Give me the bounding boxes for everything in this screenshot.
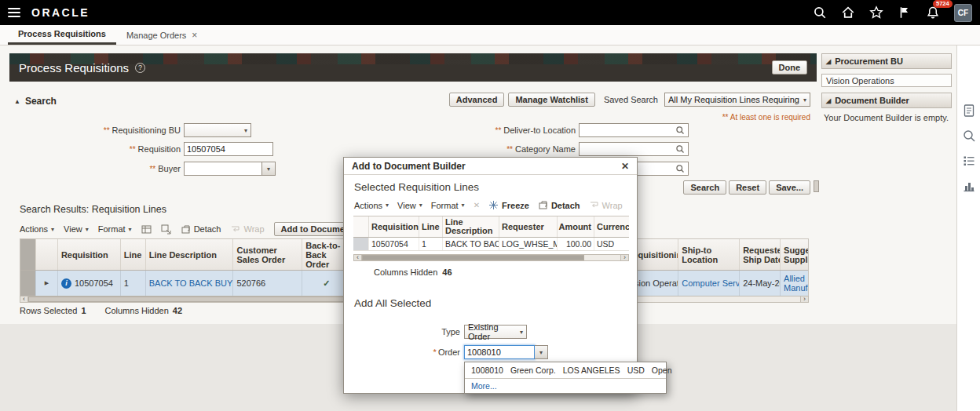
col-line[interactable]: Line	[121, 239, 146, 270]
deliver-to-location-input[interactable]	[579, 123, 689, 137]
star-icon[interactable]	[869, 5, 883, 20]
row-expand-cell[interactable]: ▶	[36, 271, 58, 296]
bar-chart-icon[interactable]	[962, 179, 976, 193]
procurement-bu-header[interactable]: ◢ Procurement BU	[821, 53, 952, 69]
col-line-description[interactable]: Line Description	[146, 239, 234, 270]
selected-requisition-lines-title: Selected Requisition Lines	[354, 181, 479, 193]
scroll-right-button[interactable]: ›	[800, 296, 809, 303]
screen: ORACLE 5724 CF Process Requisitions	[0, 0, 980, 411]
export-icon[interactable]	[161, 224, 171, 235]
requisition-input[interactable]	[184, 142, 273, 156]
search-lov-icon[interactable]	[674, 162, 686, 175]
advanced-button[interactable]: Advanced	[449, 93, 505, 107]
scroll-left-button[interactable]: ‹	[20, 296, 28, 303]
help-icon[interactable]: ?	[135, 63, 145, 73]
order-dropdown-button[interactable]: ▾	[535, 345, 548, 359]
grid-icon[interactable]	[141, 224, 152, 235]
view-menu[interactable]: View▾	[64, 224, 89, 234]
list-icon[interactable]	[962, 154, 976, 168]
home-icon[interactable]	[841, 5, 855, 20]
freeze-button[interactable]: Freeze	[488, 200, 529, 210]
page-header-band: Process Requisitions ? Done	[9, 53, 817, 82]
chevron-down-icon: ▾	[520, 329, 523, 336]
cell-line-description: BACK TO BACK BUY ITEM	[146, 271, 234, 296]
search-icon[interactable]	[813, 5, 827, 20]
columns-hidden-label: Columns Hidden	[105, 306, 169, 315]
magnifier-icon[interactable]	[962, 129, 976, 143]
view-menu[interactable]: View▾	[397, 201, 422, 210]
col-requisition[interactable]: Requisition	[58, 239, 121, 270]
cell-suggested-supplier: Allied Manufacturing	[781, 271, 808, 296]
collapse-arrow-icon: ◢	[826, 97, 831, 104]
wrap-button[interactable]: Wrap	[230, 224, 264, 235]
col-suggested-supplier[interactable]: Suggested Supplier	[781, 239, 808, 270]
tab-manage-orders[interactable]: Manage Orders ×	[116, 25, 207, 45]
wrap-button[interactable]: Wrap	[589, 200, 623, 210]
detach-button[interactable]: Detach	[181, 224, 221, 235]
col-requested-ship-date[interactable]: Requested Ship Date	[740, 239, 781, 270]
col-line-description[interactable]: Line Description	[443, 216, 499, 237]
row-selector-header[interactable]	[20, 239, 36, 270]
actions-menu[interactable]: Actions▾	[20, 224, 54, 234]
search-section-toggle[interactable]: ▲ Search	[14, 96, 57, 107]
panel-splitter-handle[interactable]	[814, 180, 819, 192]
flag-icon[interactable]	[898, 5, 912, 20]
dialog-title-bar: Add to Document Builder ✕	[344, 158, 637, 175]
avatar[interactable]: CF	[954, 4, 972, 22]
menu-icon[interactable]	[8, 8, 20, 17]
scroll-right-button[interactable]: ›	[620, 254, 629, 261]
type-select[interactable]: Existing Order ▾	[464, 325, 527, 339]
rows-selected-count: 1	[81, 306, 86, 315]
info-icon[interactable]: i	[61, 278, 71, 289]
document-icon[interactable]	[962, 104, 976, 118]
line-description-link[interactable]: BACK TO BACK BUY ITEM	[149, 278, 234, 288]
search-lov-icon[interactable]	[674, 143, 686, 155]
col-line[interactable]: Line	[419, 216, 443, 237]
close-icon[interactable]: ×	[192, 30, 197, 41]
detach-button[interactable]: Detach	[538, 200, 580, 210]
scrollbar-track[interactable]	[362, 254, 620, 261]
scrollbar-thumb[interactable]	[362, 255, 584, 260]
ship-to-location-link[interactable]: Computer Service and	[682, 278, 740, 288]
more-link[interactable]: More...	[471, 381, 497, 391]
dialog-table-row[interactable]: 10507054 1 BACK TO BACK... LOG_WHSE_M...…	[353, 238, 629, 251]
right-panel: ◢ Procurement BU Vision Operations ◢ Doc…	[821, 53, 952, 122]
search-lov-icon[interactable]	[674, 124, 686, 136]
global-header-actions: 5724 CF	[813, 4, 972, 22]
requisitioning-bu-select[interactable]: ▾	[184, 123, 251, 137]
tab-process-requisitions[interactable]: Process Requisitions	[8, 25, 116, 45]
actions-menu[interactable]: Actions▾	[354, 201, 389, 210]
reset-button[interactable]: Reset	[729, 180, 766, 195]
close-icon[interactable]: ✕	[621, 161, 629, 172]
format-menu[interactable]: Format▾	[431, 201, 465, 210]
suggested-supplier-link[interactable]: Allied Manufacturing	[784, 274, 808, 293]
buyer-input[interactable]	[184, 162, 262, 176]
format-menu[interactable]: Format▾	[98, 224, 132, 234]
row-selector-cell[interactable]	[20, 271, 36, 296]
manage-watchlist-button[interactable]: Manage Watchlist	[508, 93, 595, 107]
col-currency[interactable]: Currency	[594, 216, 629, 237]
scroll-left-button[interactable]: ‹	[353, 254, 362, 261]
saved-search-select[interactable]: All My Requisition Lines Requiring Actio…	[664, 93, 810, 107]
bell-icon[interactable]: 5724	[926, 5, 940, 20]
procurement-bu-item[interactable]: Vision Operations	[821, 74, 952, 87]
done-button[interactable]: Done	[772, 60, 808, 75]
search-button[interactable]: Search	[683, 180, 726, 195]
col-requisition[interactable]: Requisition	[369, 216, 419, 237]
row-selector-cell[interactable]	[353, 238, 369, 250]
tab-label: Manage Orders	[126, 31, 186, 40]
col-ship-to-location[interactable]: Ship-to Location	[678, 239, 740, 270]
category-name-input[interactable]	[579, 142, 689, 156]
order-input[interactable]	[464, 345, 535, 359]
col-requester[interactable]: Requester	[499, 216, 558, 237]
col-amount[interactable]: Amount	[558, 216, 594, 237]
detach-icon	[538, 200, 548, 210]
save-search-button[interactable]: Save...	[769, 180, 810, 195]
col-customer-sales-order[interactable]: Customer Sales Order	[233, 239, 302, 270]
expand-column-header[interactable]	[36, 239, 58, 270]
buyer-dropdown-button[interactable]: ▾	[262, 162, 276, 176]
order-option[interactable]: 1008010 Green Corp. LOS ANGELES USD Open	[465, 362, 666, 378]
document-builder-header[interactable]: ◢ Document Builder	[821, 93, 952, 108]
remove-line-icon[interactable]: ✕	[474, 201, 480, 209]
row-selector-header[interactable]	[353, 216, 369, 237]
